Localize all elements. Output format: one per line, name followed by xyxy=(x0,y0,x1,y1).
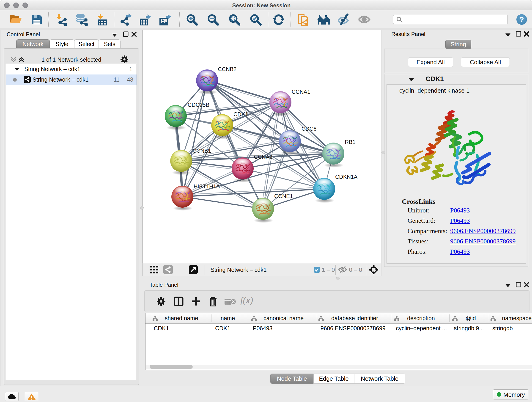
svg-text:CCNA1: CCNA1 xyxy=(292,89,310,95)
svg-text:CCNB1: CCNB1 xyxy=(192,148,211,154)
svg-text:CCNA2: CCNA2 xyxy=(254,154,272,160)
svg-text:HIST1H1A: HIST1H1A xyxy=(194,183,220,190)
svg-text:CDC6: CDC6 xyxy=(302,126,317,132)
svg-text:CCNB2: CCNB2 xyxy=(218,66,236,72)
svg-text:CDK1: CDK1 xyxy=(234,111,248,117)
svg-text:RB1: RB1 xyxy=(345,139,355,145)
svg-text:CDKN1A: CDKN1A xyxy=(335,174,357,180)
svg-text:CDC25B: CDC25B xyxy=(188,102,209,108)
svg-text:CCNE1: CCNE1 xyxy=(274,193,293,199)
